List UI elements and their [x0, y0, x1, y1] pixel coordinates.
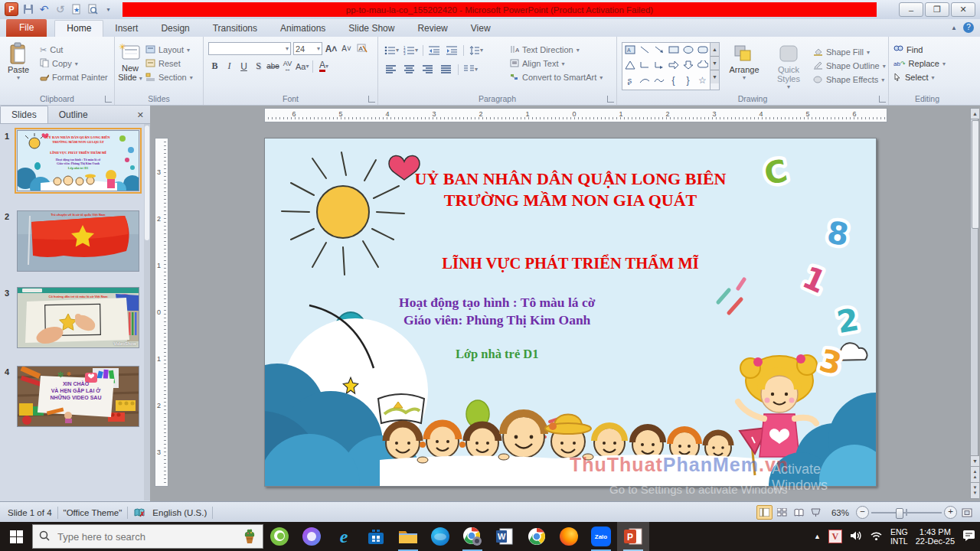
drawing-dialog-launcher[interactable]	[879, 96, 886, 103]
undo-icon[interactable]: ↶	[38, 3, 51, 16]
replace-button[interactable]: ab↷Replace▾	[893, 57, 965, 70]
shrink-font-button[interactable]: A˅	[340, 42, 353, 55]
copy-button[interactable]: Copy▾	[40, 57, 108, 70]
numbering-button[interactable]: 123▾	[403, 44, 418, 57]
chrome-icon[interactable]	[521, 522, 553, 551]
taskbar-search[interactable]	[32, 524, 263, 549]
text-direction-button[interactable]: AText Direction▾	[510, 43, 603, 57]
redo-icon[interactable]: ↺	[54, 3, 67, 16]
cut-button[interactable]: ✂Cut	[40, 43, 108, 57]
panel-close-icon[interactable]: ✕	[137, 110, 150, 123]
zoom-slider[interactable]	[871, 507, 942, 518]
vertical-ruler[interactable]: 3 2 1 0 1 2 3	[155, 138, 168, 487]
language-indicator[interactable]: English (U.S.)	[152, 508, 207, 517]
character-spacing-button[interactable]: AV↔	[281, 60, 294, 73]
previous-slide-button[interactable]: ▲▲	[971, 466, 979, 483]
paragraph-dialog-launcher[interactable]	[607, 96, 614, 103]
scroll-down-icon[interactable]: ▼	[971, 455, 979, 467]
fit-to-window-button[interactable]	[959, 506, 974, 519]
align-text-button[interactable]: Align Text▾	[510, 57, 603, 70]
tab-insert[interactable]: Insert	[103, 21, 149, 37]
tab-review[interactable]: Review	[406, 21, 459, 37]
slide-class-line[interactable]: Lớp nhà trẻ D1	[265, 347, 729, 362]
convert-to-smartart-button[interactable]: Convert to SmartArt▾	[510, 70, 603, 84]
format-painter-button[interactable]: Format Painter	[40, 70, 108, 84]
decrease-indent-button[interactable]	[428, 44, 441, 57]
slide-4-thumbnail[interactable]: 4 ✻✻	[17, 366, 142, 427]
slide-title-line2[interactable]: TRƯỜNG MẦM NON GIA QUÁT	[265, 191, 876, 210]
close-button[interactable]: ✕	[951, 2, 975, 17]
zoom-slider-thumb[interactable]	[896, 508, 903, 519]
spellcheck-icon[interactable]: ✗	[133, 507, 146, 518]
minimize-ribbon-icon[interactable]: ▲	[951, 24, 957, 31]
shapes-gallery[interactable]: A ʂ {	[622, 42, 720, 90]
slide-sorter-view-button[interactable]	[775, 506, 789, 519]
align-right-button[interactable]	[421, 63, 434, 76]
coccoc-icon[interactable]	[263, 522, 296, 551]
print-preview-icon[interactable]	[86, 3, 99, 16]
strikethrough-button[interactable]: abe	[266, 60, 279, 73]
search-input[interactable]	[56, 530, 220, 543]
arrange-button[interactable]: Arrange▾	[724, 44, 764, 90]
paste-button[interactable]: Paste▾	[0, 42, 37, 84]
slide-1-thumbnail[interactable]: 1 UỶ BAN NHÂN DÂN QUẬN LONG BIÊNTRƯ	[17, 130, 142, 191]
slide-activity-line[interactable]: Hoạt động tạo hình : Tô màu lá cờ	[265, 295, 729, 311]
columns-button[interactable]: ▾	[464, 63, 478, 76]
powerpoint-logo-icon[interactable]: P	[5, 2, 18, 16]
slide-teacher-line[interactable]: Giáo viên: Phùng Thị Kim Oanh	[265, 312, 729, 328]
layout-button[interactable]: Layout▾	[145, 43, 193, 57]
zoom-in-button[interactable]: +	[944, 506, 957, 519]
font-size-combo[interactable]: 24▾	[293, 42, 322, 55]
shapes-scroll-down-icon[interactable]: ▼	[710, 57, 719, 70]
zoom-out-button[interactable]: −	[856, 506, 869, 519]
section-button[interactable]: Section▾	[145, 70, 193, 84]
font-dialog-launcher[interactable]	[368, 96, 375, 103]
underline-button[interactable]: U	[237, 60, 250, 73]
action-center-icon[interactable]	[962, 530, 975, 543]
file-explorer-icon[interactable]	[392, 522, 424, 551]
shapes-more-icon[interactable]: ▼	[710, 70, 719, 83]
clear-formatting-button[interactable]: A	[355, 42, 368, 55]
shape-fill-button[interactable]: Shape Fill▾	[813, 45, 886, 59]
reading-view-button[interactable]	[792, 506, 806, 519]
select-button[interactable]: Select▾	[893, 70, 965, 84]
internet-explorer-icon[interactable]: e	[328, 522, 360, 551]
language-tray[interactable]: ENGINTL	[890, 527, 908, 546]
change-case-button[interactable]: Aa▾	[296, 60, 309, 73]
minimize-button[interactable]: –	[899, 2, 923, 17]
slide-canvas[interactable]: C 8 1 2 3 UỶ BAN NHÂN DÂN QUẬN LONG BIÊN…	[264, 138, 877, 487]
reset-button[interactable]: Reset	[145, 57, 193, 70]
powerpoint-taskbar-icon[interactable]: P	[617, 522, 649, 551]
volume-icon[interactable]	[850, 530, 862, 543]
tab-design[interactable]: Design	[149, 21, 201, 37]
new-slide-button[interactable]: ✳ NewSlide ▾	[115, 42, 145, 84]
zoom-level[interactable]: 63%	[831, 508, 849, 517]
next-slide-button[interactable]: ▼▼	[971, 483, 979, 498]
tab-animations[interactable]: Animations	[269, 21, 337, 37]
scroll-up-icon[interactable]: ▲	[971, 109, 979, 119]
tab-home[interactable]: Home	[54, 20, 103, 37]
increase-indent-button[interactable]	[446, 44, 459, 57]
qat-customize-icon[interactable]: ▾	[102, 3, 115, 16]
start-button[interactable]	[0, 522, 32, 551]
shapes-scroll-up-icon[interactable]: ▲	[710, 43, 719, 57]
microsoft-store-icon[interactable]	[360, 522, 392, 551]
tray-chevron-icon[interactable]: ▲	[814, 532, 821, 541]
maximize-button[interactable]: ❐	[925, 2, 949, 17]
word-icon[interactable]: W	[488, 522, 521, 551]
slide-subject[interactable]: LĨNH VỰC PHÁT TRIỂN THẨM MĨ	[265, 255, 876, 272]
save-icon[interactable]	[21, 3, 34, 16]
firefox-icon[interactable]	[553, 522, 585, 551]
bullets-button[interactable]: ▾	[384, 44, 399, 57]
quick-styles-button[interactable]: Quick Styles▾	[769, 44, 808, 90]
tab-transitions[interactable]: Transitions	[201, 21, 269, 37]
font-name-combo[interactable]: ▾	[208, 42, 291, 55]
tab-view[interactable]: View	[459, 21, 502, 37]
horizontal-ruler[interactable]: 6 5 4 3 2 1 0 1 2 3 4 5 6	[264, 108, 887, 122]
clipboard-dialog-launcher[interactable]	[105, 96, 112, 103]
panel-scrollbar[interactable]	[144, 124, 150, 500]
wifi-icon[interactable]	[870, 530, 883, 543]
chrome-camera-icon[interactable]	[456, 522, 488, 551]
panel-tab-outline[interactable]: Outline	[48, 106, 99, 123]
align-left-button[interactable]	[384, 63, 397, 76]
